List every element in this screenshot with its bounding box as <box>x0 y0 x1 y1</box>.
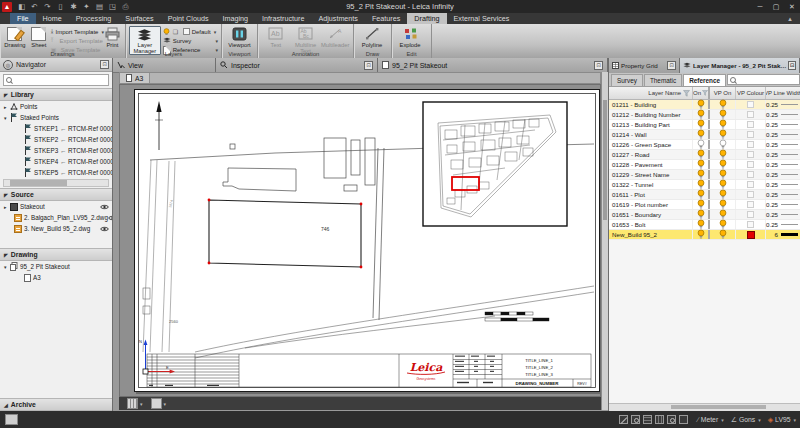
ribbon-collapse-icon[interactable]: ▴ <box>784 13 796 24</box>
layer-vp-on-toggle[interactable] <box>710 150 736 159</box>
ribbon-tab-features[interactable]: Features <box>365 13 407 24</box>
unit-selector[interactable]: ∕ Meter ▾ <box>698 416 724 423</box>
tree-item-dwg-newbuild[interactable]: 3. New_Build 95_2.dwg <box>0 223 112 234</box>
layer-name[interactable]: 01619 - Plot number <box>609 200 693 209</box>
layer-row[interactable]: 01228 - Pavement0.25 <box>609 160 800 170</box>
layer-on-toggle[interactable] <box>693 190 710 199</box>
pin-icon[interactable]: ⊡ <box>364 61 373 70</box>
print-quick-icon[interactable]: ⎙ <box>120 2 131 12</box>
tree-item-dwg-balgach[interactable]: 2. Balgach_Plan_LV95_2.dwg <box>0 212 112 223</box>
layer-row[interactable]: 01211 - Building0.25 <box>609 100 800 110</box>
layer-vp-colour[interactable] <box>736 140 766 149</box>
filter-icon[interactable] <box>683 90 690 97</box>
layer-name[interactable]: 01229 - Street Name <box>609 170 693 179</box>
ribbon-tab-file[interactable]: File <box>10 13 36 24</box>
layer-vp-colour[interactable] <box>736 100 766 109</box>
eye-icon[interactable] <box>100 204 109 210</box>
crs-selector[interactable]: ◈ LV95 ▾ <box>768 416 796 424</box>
layer-vp-line-width[interactable]: 0.25 <box>766 170 800 179</box>
layer-name[interactable]: 01213 - Building Part <box>609 120 693 129</box>
dropdown-caret-icon[interactable]: ▾ <box>140 401 143 407</box>
layer-name[interactable]: 01227 - Road <box>609 150 693 159</box>
layer-vp-line-width[interactable]: 0.25 <box>766 160 800 169</box>
column-vp-line-width[interactable]: VP Line Width <box>766 87 800 99</box>
maximize-button[interactable]: ▢ <box>768 1 784 12</box>
navigator-hscrollbar[interactable] <box>3 179 109 187</box>
layer-vp-line-width[interactable]: 0.25 <box>766 220 800 229</box>
tab-view[interactable]: View <box>113 58 216 72</box>
column-on[interactable]: On <box>693 87 710 99</box>
layer-vp-colour[interactable] <box>736 180 766 189</box>
layer-vp-line-width[interactable]: 0.25 <box>766 100 800 109</box>
dropdown-caret-icon[interactable]: ▾ <box>164 401 167 407</box>
app-logo-icon[interactable]: ▲ <box>2 2 12 12</box>
ribbon-tab-infrastructure[interactable]: Infrastructure <box>255 13 311 24</box>
layer-vp-line-width[interactable]: 0.25 <box>766 140 800 149</box>
eye-icon[interactable] <box>108 215 112 221</box>
layer-on-toggle[interactable] <box>693 220 710 229</box>
ribbon-tab-surfaces[interactable]: Surfaces <box>118 13 160 24</box>
layer-vp-colour[interactable] <box>736 110 766 119</box>
layer-vp-colour[interactable] <box>736 200 766 209</box>
sheet-tab-a3[interactable]: A3 <box>120 73 150 83</box>
layer-vp-line-width[interactable]: 0.25 <box>766 150 800 159</box>
layer-vp-line-width[interactable]: 0.25 <box>766 180 800 189</box>
redo-icon[interactable]: ↷ <box>42 2 53 12</box>
snap-disable-icon[interactable] <box>619 415 628 424</box>
tree-item-sheet-a3[interactable]: A3 <box>0 272 112 283</box>
layer-name[interactable]: 01212 - Building Number <box>609 110 693 119</box>
layer-row[interactable]: 01619 - Plot number0.25 <box>609 200 800 210</box>
layer-on-toggle[interactable] <box>693 100 710 109</box>
layer-on-toggle[interactable] <box>693 130 710 139</box>
ribbon-tab-adjustments[interactable]: Adjustments <box>311 13 365 24</box>
pin-icon[interactable]: ⊡ <box>100 60 109 69</box>
layer-on-toggle[interactable] <box>693 230 710 239</box>
default-checkbox[interactable] <box>183 28 190 35</box>
layer-name[interactable]: 01653 - Bolt <box>609 220 693 229</box>
explode-button[interactable]: Explode <box>395 26 425 48</box>
layer-row[interactable]: 01651 - Boundary0.25 <box>609 210 800 220</box>
subtab-survey[interactable]: Survey <box>611 74 643 86</box>
layer-vp-on-toggle[interactable] <box>710 130 736 139</box>
tree-item-staked-point[interactable]: STKEP4 ← RTCM-Ref 0000 (07/10/ <box>0 156 112 167</box>
section-drawing[interactable]: ◤Drawing <box>0 248 112 261</box>
layer-name[interactable]: 01228 - Pavement <box>609 160 693 169</box>
layer-row[interactable]: 01227 - Road0.25 <box>609 150 800 160</box>
pin-icon[interactable]: ⊡ <box>594 61 603 70</box>
export-icon[interactable]: ◳ <box>107 2 118 12</box>
layer-vp-colour[interactable] <box>736 160 766 169</box>
layer-on-toggle[interactable] <box>693 200 710 209</box>
layer-row[interactable]: 01653 - Bolt0.25 <box>609 220 800 230</box>
multileader-button[interactable]: A Multileader <box>320 26 350 48</box>
layer-vp-line-width[interactable]: 0.25 <box>766 130 800 139</box>
layer-search-input[interactable] <box>738 76 797 84</box>
subtab-thematic[interactable]: Thematic <box>644 74 682 86</box>
layer-vp-colour[interactable] <box>736 150 766 159</box>
layer-vp-on-toggle[interactable] <box>710 120 736 129</box>
layer-row[interactable]: 01611 - Plot0.25 <box>609 190 800 200</box>
close-button[interactable]: ✕ <box>784 1 800 12</box>
multiline-text-button[interactable]: AbBc Multiline Text <box>291 26 321 54</box>
layer-vp-line-width[interactable]: 0.25 <box>766 110 800 119</box>
layer-vp-on-toggle[interactable] <box>710 230 736 239</box>
layer-row[interactable]: 01212 - Building Number0.25 <box>609 110 800 120</box>
ribbon-tab-imaging[interactable]: Imaging <box>215 13 255 24</box>
ribbon-tab-external-services[interactable]: External Services <box>447 13 517 24</box>
pin-icon[interactable]: ⊡ <box>667 61 676 70</box>
layer-name[interactable]: 01611 - Plot <box>609 190 693 199</box>
layer-vp-on-toggle[interactable] <box>710 210 736 219</box>
layer-vp-on-toggle[interactable] <box>710 220 736 229</box>
layer-vp-line-width[interactable]: 6 <box>766 230 800 239</box>
tree-item-drawing-doc[interactable]: ▾ 95_2 Pit Stakeout <box>0 261 112 272</box>
layer-survey-selector[interactable]: Survey▾ <box>163 36 218 45</box>
layer-vp-on-toggle[interactable] <box>710 100 736 109</box>
print-preview-icon[interactable] <box>151 398 162 409</box>
tree-item-stakeout[interactable]: ▸ Stakeout <box>0 201 112 212</box>
layer-row[interactable]: 01322 - Tunnel0.25 <box>609 180 800 190</box>
export-template-button[interactable]: ⤒ Export Template <box>51 36 103 45</box>
navigator-search-input[interactable] <box>14 76 106 85</box>
tab-layer-manager[interactable]: Layer Manager - 95_2 Pit Stakeout - A3 ⊡ <box>680 58 800 73</box>
layer-on-toggle[interactable] <box>693 180 710 189</box>
layer-vp-line-width[interactable]: 0.25 <box>766 190 800 199</box>
folder-icon[interactable] <box>679 415 688 424</box>
